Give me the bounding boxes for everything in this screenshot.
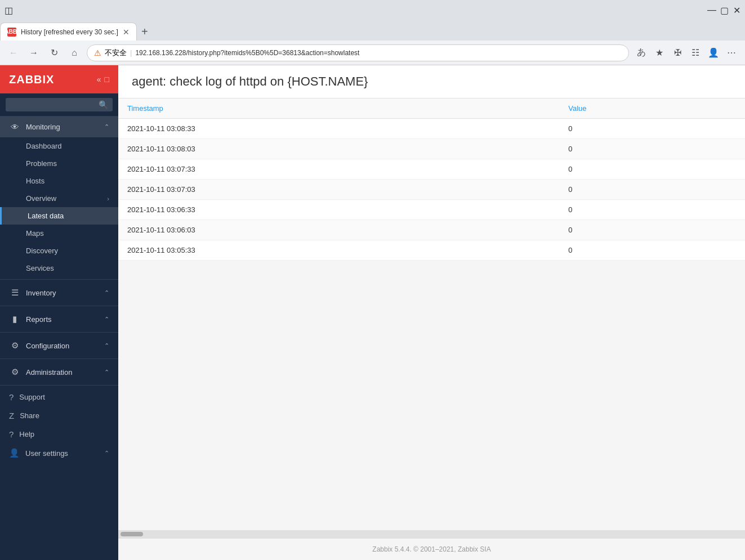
sidebar-item-services[interactable]: Services — [0, 259, 118, 277]
content-body: Timestamp Value 2021-10-11 03:08:3302021… — [118, 98, 745, 530]
security-warning-icon: ⚠ — [94, 48, 101, 57]
sidebar-item-administration[interactable]: ⚙ Administration ⌃ — [0, 361, 118, 383]
settings-btn[interactable]: ⋯ — [724, 45, 739, 61]
administration-arrow-icon: ⌃ — [104, 369, 109, 376]
sidebar-item-maps[interactable]: Maps — [0, 225, 118, 242]
cell-value: 0 — [559, 220, 745, 240]
profile-btn[interactable]: 👤 — [706, 45, 721, 61]
forward-btn[interactable]: → — [26, 45, 42, 61]
minimize-btn[interactable]: — — [708, 6, 716, 14]
monitoring-submenu: Dashboard Problems Hosts Overview › Late… — [0, 137, 118, 277]
back-btn[interactable]: ← — [6, 45, 21, 61]
reading-view-btn[interactable]: あ — [634, 45, 649, 61]
footer-text: Zabbix 5.4.4. © 2001–2021, Zabbix SIA — [372, 545, 490, 553]
data-table-container: Timestamp Value 2021-10-11 03:08:3302021… — [118, 98, 745, 261]
reports-icon: ▮ — [9, 314, 20, 324]
content-footer: Zabbix 5.4.4. © 2001–2021, Zabbix SIA — [118, 538, 745, 560]
extensions-btn[interactable]: ☷ — [688, 45, 703, 61]
address-separator: | — [130, 48, 132, 57]
reports-label: Reports — [26, 315, 99, 324]
collections-btn[interactable]: ✠ — [670, 45, 685, 61]
sidebar-item-problems[interactable]: Problems — [0, 155, 118, 172]
sidebar-item-monitoring[interactable]: 👁 Monitoring ⌃ — [0, 117, 118, 137]
cell-value: 0 — [559, 240, 745, 261]
cell-timestamp: 2021-10-11 03:08:33 — [118, 119, 559, 139]
reload-btn[interactable]: ↻ — [46, 45, 62, 61]
show-sidebar-btn[interactable]: ◫ — [5, 6, 12, 14]
favorites-btn[interactable]: ★ — [652, 45, 667, 61]
divider-2 — [0, 306, 118, 306]
new-tab-btn[interactable]: + — [137, 24, 153, 39]
sidebar-search-container: 🔍 — [0, 93, 118, 117]
problems-label: Problems — [26, 159, 57, 168]
sidebar-item-discovery[interactable]: Discovery — [0, 242, 118, 259]
maximize-btn[interactable]: ▢ — [720, 6, 728, 14]
sidebar-item-support[interactable]: ? Support — [0, 388, 118, 406]
table-row: 2021-10-11 03:07:330 — [118, 159, 745, 180]
support-icon: ? — [9, 392, 14, 402]
col-header-timestamp: Timestamp — [118, 98, 559, 119]
administration-icon: ⚙ — [9, 367, 20, 377]
cell-value: 0 — [559, 200, 745, 220]
sidebar-item-inventory[interactable]: ☰ Inventory ⌃ — [0, 282, 118, 303]
tab-title: History [refreshed every 30 sec.] — [21, 28, 118, 36]
sidebar-item-share[interactable]: Z Share — [0, 406, 118, 425]
collapse-sidebar-btn[interactable]: « — [97, 75, 101, 84]
history-table: Timestamp Value 2021-10-11 03:08:3302021… — [118, 98, 745, 261]
tab-close-btn[interactable]: ✕ — [123, 28, 130, 37]
sidebar-item-configuration[interactable]: ⚙ Configuration ⌃ — [0, 335, 118, 356]
sidebar-item-overview[interactable]: Overview › — [0, 190, 118, 207]
overview-label: Overview — [26, 194, 56, 203]
table-row: 2021-10-11 03:08:330 — [118, 119, 745, 139]
user-settings-arrow-icon: ⌃ — [104, 450, 109, 457]
table-row: 2021-10-11 03:06:330 — [118, 200, 745, 220]
hosts-label: Hosts — [26, 177, 44, 185]
app-container: ZABBIX « □ 🔍 👁 Monitoring ⌃ Dashboard — [0, 65, 745, 560]
address-bar[interactable]: ⚠ 不安全 | 192.168.136.228/history.php?item… — [87, 44, 629, 61]
browser-chrome: ◫ — ▢ ✕ ZABBIX History [refreshed every … — [0, 0, 745, 65]
sidebar-item-latest-data[interactable]: Latest data — [0, 207, 118, 225]
expand-icon[interactable]: □ — [105, 75, 109, 84]
cell-timestamp: 2021-10-11 03:05:33 — [118, 240, 559, 261]
divider-5 — [0, 385, 118, 386]
share-icon: Z — [9, 411, 14, 420]
monitoring-arrow-icon: ⌃ — [104, 123, 109, 131]
share-label: Share — [20, 411, 39, 420]
monitoring-label: Monitoring — [26, 123, 99, 131]
home-btn[interactable]: ⌂ — [66, 45, 82, 61]
cell-timestamp: 2021-10-11 03:06:33 — [118, 200, 559, 220]
cell-value: 0 — [559, 180, 745, 200]
reports-arrow-icon: ⌃ — [104, 316, 109, 323]
configuration-icon: ⚙ — [9, 341, 20, 351]
sidebar-item-user-settings[interactable]: 👤 User settings ⌃ — [0, 443, 118, 463]
cell-value: 0 — [559, 159, 745, 180]
horizontal-scrollbar[interactable] — [118, 530, 745, 538]
sidebar-logo: ZABBIX « □ — [0, 65, 118, 93]
inventory-arrow-icon: ⌃ — [104, 289, 109, 297]
nav-bar: ← → ↻ ⌂ ⚠ 不安全 | 192.168.136.228/history.… — [0, 41, 745, 65]
sidebar-item-hosts[interactable]: Hosts — [0, 172, 118, 190]
table-row: 2021-10-11 03:05:330 — [118, 240, 745, 261]
sidebar-item-help[interactable]: ? Help — [0, 425, 118, 443]
sidebar-search-input[interactable] — [6, 98, 113, 111]
divider-3 — [0, 332, 118, 333]
active-tab[interactable]: ZABBIX History [refreshed every 30 sec.]… — [0, 23, 137, 41]
scroll-thumb[interactable] — [121, 532, 143, 536]
user-settings-icon: 👤 — [9, 448, 20, 458]
main-content: agent: check log of httpd on {HOST.NAME}… — [118, 65, 745, 560]
sidebar-item-reports[interactable]: ▮ Reports ⌃ — [0, 308, 118, 330]
configuration-label: Configuration — [26, 342, 99, 350]
security-warning-text: 不安全 — [105, 48, 127, 58]
support-label: Support — [19, 393, 45, 401]
help-icon: ? — [9, 429, 14, 439]
administration-label: Administration — [26, 368, 99, 377]
title-bar: ◫ — ▢ ✕ — [0, 0, 745, 20]
col-header-value: Value — [559, 98, 745, 119]
help-label: Help — [19, 430, 34, 438]
close-btn[interactable]: ✕ — [733, 6, 740, 14]
sidebar-item-dashboard[interactable]: Dashboard — [0, 137, 118, 155]
overview-arrow-icon: › — [107, 195, 109, 202]
table-row: 2021-10-11 03:08:030 — [118, 139, 745, 159]
table-row: 2021-10-11 03:06:030 — [118, 220, 745, 240]
discovery-label: Discovery — [26, 247, 58, 255]
